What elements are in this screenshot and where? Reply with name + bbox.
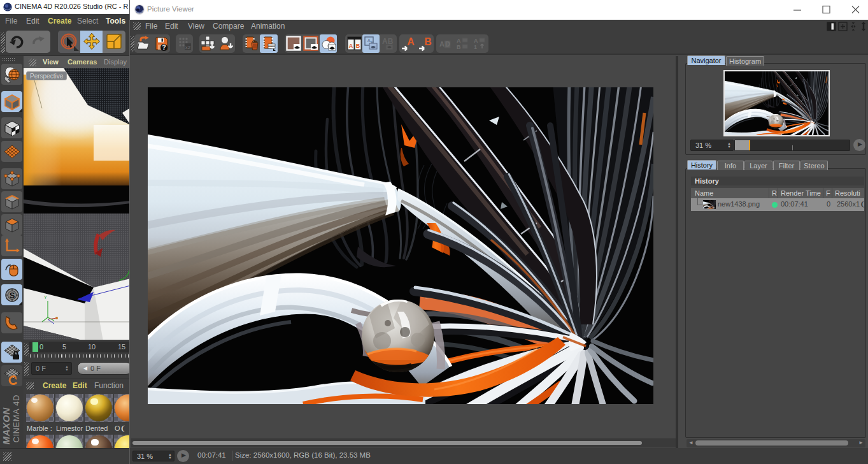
svg-text:A: A — [407, 36, 415, 47]
svg-text:1: 1 — [474, 44, 477, 50]
svg-text:B: B — [424, 36, 432, 47]
svg-text:B: B — [457, 44, 461, 50]
svg-text:Y: Y — [44, 295, 47, 300]
svg-text:B: B — [356, 43, 360, 49]
svg-text:A: A — [457, 38, 461, 44]
svg-text:A: A — [439, 40, 445, 48]
svg-text:A: A — [349, 43, 353, 49]
svg-text:D: D — [445, 40, 450, 48]
svg-text:S: S — [9, 290, 15, 300]
svg-text:x2: x2 — [185, 45, 191, 50]
svg-text:?: ? — [162, 44, 166, 51]
svg-text:A: A — [474, 38, 478, 44]
